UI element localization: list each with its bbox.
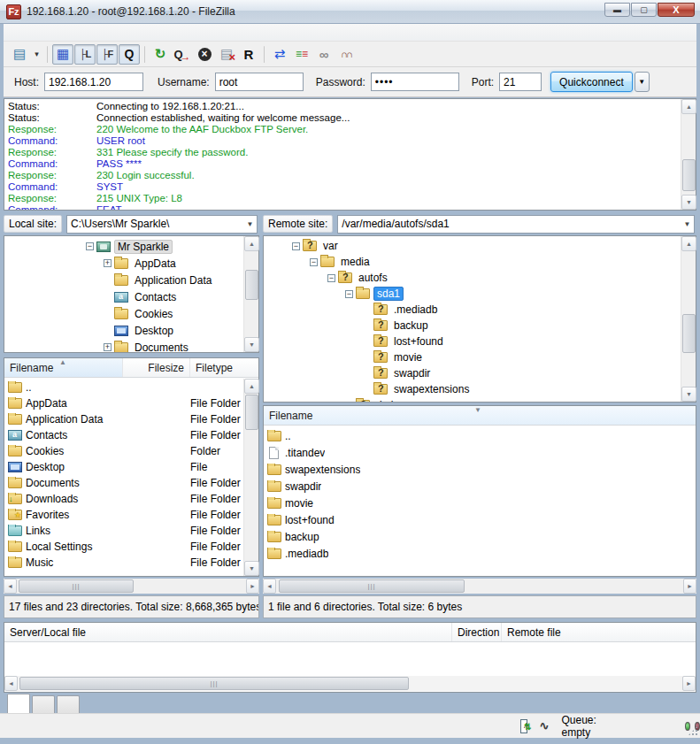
..[interactable]: .. — [264, 427, 696, 444]
password-input[interactable] — [371, 73, 459, 91]
tree-expander-icon[interactable] — [345, 290, 353, 298]
tree-item-label[interactable]: Application Data — [132, 274, 214, 287]
toggle-queue-button[interactable] — [119, 44, 140, 65]
.mediadb[interactable]: .mediadb — [264, 545, 696, 562]
tree-expander-icon[interactable] — [292, 242, 300, 250]
backup[interactable]: backup — [264, 528, 696, 545]
local-list-hscrollbar[interactable]: ◄ ||| ► — [4, 579, 259, 594]
tree-item[interactable]: lost+found — [264, 334, 696, 349]
tree-item-label[interactable]: Mr Sparkle — [114, 240, 173, 254]
tree-item[interactable]: Contacts — [4, 288, 258, 305]
column-header-server-local-file[interactable]: Server/Local file — [4, 623, 452, 641]
site-manager-dropdown[interactable] — [31, 44, 42, 65]
scroll-thumb[interactable] — [682, 314, 696, 353]
menu-item[interactable] — [108, 31, 122, 35]
lost+found[interactable]: lost+found — [264, 511, 696, 528]
close-button[interactable]: X — [658, 3, 695, 17]
tree-item[interactable]: backup — [264, 318, 696, 334]
chevron-down-icon[interactable]: ▼ — [243, 216, 257, 233]
message-log[interactable]: Status: Connecting to 192.168.1.20:21...… — [4, 98, 696, 211]
tree-item[interactable]: autofs — [264, 270, 696, 286]
menu-item[interactable] — [51, 31, 65, 35]
remote-site-combobox[interactable]: /var/media/autofs/sda1 ▼ — [337, 215, 695, 234]
..[interactable]: .. — [4, 380, 258, 395]
scroll-thumb[interactable] — [245, 395, 258, 430]
tree-item[interactable]: Documents — [4, 339, 258, 353]
chevron-down-icon[interactable]: ▼ — [681, 216, 694, 233]
column-header-remote-file[interactable]: Remote file — [502, 623, 696, 641]
scroll-thumb[interactable]: ||| — [19, 579, 134, 593]
scroll-right-icon[interactable]: ► — [246, 579, 259, 594]
scroll-up-icon[interactable]: ▲ — [681, 236, 696, 251]
tree-item-label[interactable]: swapdir — [391, 367, 433, 380]
remote-tree-scrollbar[interactable]: ▲ ▼ — [681, 236, 696, 402]
cancel-operation-button[interactable] — [194, 44, 215, 65]
scroll-right-icon[interactable]: ► — [683, 579, 696, 594]
.titandev[interactable]: .titandev — [264, 444, 696, 461]
column-header-filesize[interactable]: Filesize — [123, 358, 190, 377]
tree-item[interactable]: media — [264, 254, 696, 270]
menu-item[interactable] — [9, 31, 23, 35]
scroll-thumb[interactable] — [682, 159, 696, 191]
synchronized-browsing-button[interactable] — [269, 44, 290, 65]
scroll-down-icon[interactable]: ▼ — [681, 195, 696, 210]
directory-comparison-button[interactable] — [291, 44, 312, 65]
tree-expander-icon[interactable] — [104, 343, 112, 351]
site-manager-button[interactable] — [9, 44, 30, 65]
reconnect-button[interactable] — [238, 44, 259, 65]
refresh-button[interactable] — [150, 44, 171, 65]
scroll-thumb[interactable] — [245, 270, 258, 300]
Music[interactable]: Music File Folder — [4, 555, 258, 571]
Documents[interactable]: Documents File Folder — [4, 475, 258, 491]
maximize-button[interactable]: ▢ — [631, 3, 657, 17]
queue-tab[interactable] — [57, 695, 80, 713]
speed-limits-icon[interactable]: ∿ — [540, 719, 550, 732]
minimize-button[interactable]: ▬ — [604, 3, 630, 17]
tree-item[interactable]: Desktop — [4, 322, 258, 339]
tree-item[interactable]: swapdir — [264, 365, 696, 381]
tree-item[interactable]: sda1 — [264, 286, 696, 302]
scroll-up-icon[interactable]: ▲ — [244, 236, 259, 251]
tree-item-label[interactable]: backup — [391, 319, 431, 332]
queue-tab[interactable] — [32, 695, 55, 713]
tree-item[interactable]: AppData — [4, 255, 258, 272]
tree-expander-icon[interactable] — [310, 258, 318, 266]
swapextensions[interactable]: swapextensions — [264, 461, 696, 478]
tree-item-label[interactable]: .mediadb — [391, 303, 440, 316]
tree-item-label[interactable]: swapextensions — [391, 383, 472, 395]
AppData[interactable]: AppData File Folder — [4, 395, 258, 411]
title-bar[interactable]: Fz 192.168.1.20 - root@192.168.1.20 - Fi… — [0, 0, 700, 24]
tree-item[interactable]: var — [264, 238, 696, 254]
log-scrollbar[interactable]: ▲ ▼ — [681, 99, 696, 210]
swapdir[interactable]: swapdir — [264, 478, 696, 495]
quickconnect-button[interactable]: Quickconnect — [550, 72, 633, 92]
local-list-scrollbar[interactable]: ▲ ▼ — [243, 379, 258, 576]
scroll-up-icon[interactable]: ▲ — [244, 379, 259, 394]
scroll-right-icon[interactable]: ► — [682, 676, 696, 691]
tree-expander-icon[interactable] — [104, 259, 112, 267]
column-header-filetype[interactable]: Filetype — [190, 358, 258, 377]
scroll-left-icon[interactable]: ◄ — [263, 579, 276, 594]
tree-item[interactable]: Mr Sparkle — [4, 238, 258, 255]
menu-item[interactable] — [65, 31, 80, 35]
quickconnect-dropdown[interactable]: ▼ — [635, 72, 650, 92]
menu-item[interactable] — [37, 31, 51, 35]
Desktop[interactable]: Desktop File — [4, 459, 258, 475]
movie[interactable]: movie — [264, 495, 696, 511]
tree-item-label[interactable]: lost+found — [391, 335, 446, 348]
scroll-left-icon[interactable]: ◄ — [4, 676, 18, 691]
tree-item-label[interactable]: sda1 — [373, 287, 404, 301]
Application Data[interactable]: Application Data File Folder — [4, 411, 258, 427]
process-queue-button[interactable] — [172, 44, 193, 65]
scroll-down-icon[interactable]: ▼ — [244, 337, 259, 352]
tree-item-label[interactable]: movie — [391, 351, 425, 364]
scroll-thumb[interactable]: ||| — [279, 579, 465, 593]
tree-item-label[interactable]: media — [338, 256, 373, 268]
tree-item-label[interactable]: Desktop — [132, 325, 176, 337]
local-site-combobox[interactable]: C:\Users\Mr Sparkle\ ▼ — [66, 215, 258, 234]
local-directory-tree[interactable]: Mr Sparkle AppData Application Data Cont… — [4, 235, 259, 353]
tree-item-label[interactable]: var — [320, 240, 341, 252]
Downloads[interactable]: Downloads File Folder — [4, 491, 258, 507]
scroll-left-icon[interactable]: ◄ — [4, 579, 17, 594]
queue-tab[interactable] — [7, 694, 30, 713]
